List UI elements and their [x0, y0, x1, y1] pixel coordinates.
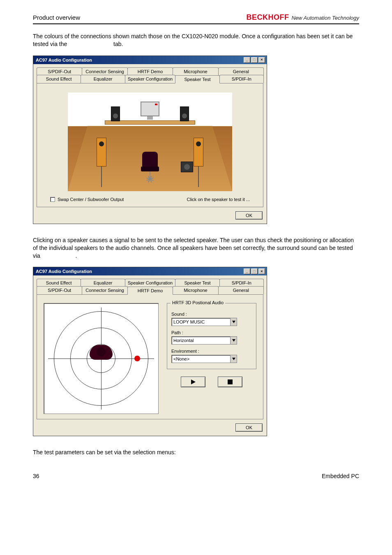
sound-value: LOOPY MUSIC: [173, 319, 205, 324]
close-button[interactable]: ×: [258, 57, 265, 63]
play-icon: [190, 379, 196, 385]
environment-label: Environment :: [171, 349, 252, 354]
brand-logo: BECKHOFF: [246, 13, 289, 22]
svg-marker-0: [232, 321, 235, 323]
maximize-button[interactable]: □: [251, 57, 258, 63]
tab-hrtf-demo[interactable]: HRTF Demo: [127, 67, 173, 75]
environment-value: <None>: [173, 356, 189, 361]
path-value: Horizontal: [173, 338, 194, 343]
svg-rect-4: [228, 379, 233, 384]
monitor-icon: [141, 102, 159, 116]
ok-button[interactable]: OK: [235, 423, 263, 432]
front-left-speaker-icon[interactable]: [111, 106, 120, 121]
rear-right-speaker-icon[interactable]: [194, 138, 203, 166]
audio-config-dialog-hrtf-demo: AC97 Audio Configuration _ □ × Sound Eff…: [33, 267, 267, 436]
sound-source-dot-icon[interactable]: [134, 356, 140, 361]
page-number: 36: [33, 473, 39, 479]
listener-top-icon: [90, 345, 113, 370]
front-right-speaker-icon[interactable]: [180, 106, 189, 121]
brand-tagline: New Automation Technology: [291, 15, 359, 21]
intro-p2-text: Clicking on a speaker causes a signal to…: [33, 237, 354, 259]
svg-marker-2: [232, 358, 235, 360]
ok-button[interactable]: OK: [235, 211, 263, 220]
stop-button[interactable]: [218, 377, 242, 387]
listener-chair-icon: [140, 152, 160, 175]
tab-spdif-in[interactable]: S/PDIF-In: [219, 75, 264, 83]
stop-icon: [228, 379, 233, 384]
chevron-down-icon[interactable]: [230, 318, 237, 326]
titlebar[interactable]: AC97 Audio Configuration _ □ ×: [33, 56, 267, 64]
speaker-test-scene[interactable]: [68, 92, 232, 191]
window-title: AC97 Audio Configuration: [36, 58, 92, 62]
intro-p1-text: The colours of the connections shown mat…: [33, 33, 353, 47]
intro-p2-suffix: .: [75, 252, 77, 259]
tab-general[interactable]: General: [218, 67, 264, 75]
chevron-down-icon[interactable]: [230, 337, 237, 344]
doc-name: Embedded PC: [322, 473, 359, 479]
tab-speaker-test[interactable]: Speaker Test: [175, 279, 219, 287]
tab-speaker-configuration[interactable]: Speaker Configuration: [125, 279, 175, 287]
titlebar[interactable]: AC97 Audio Configuration _ □ ×: [33, 267, 267, 275]
tab-hrtf-demo[interactable]: HRTF Demo: [127, 287, 173, 295]
path-label: Path :: [171, 330, 252, 335]
swap-center-sub-checkbox[interactable]: Swap Center / Subwoofer Output: [50, 197, 124, 202]
tab-microphone[interactable]: Microphone: [173, 67, 218, 75]
tab-connector-sensing[interactable]: Connector Sensing: [82, 286, 127, 294]
audio-config-dialog-speaker-test: AC97 Audio Configuration _ □ × S/PDIF-Ou…: [33, 56, 267, 224]
sound-label: Sound :: [171, 312, 252, 317]
close-button[interactable]: ×: [258, 268, 265, 274]
page-header: Product overview BECKHOFF New Automation…: [33, 13, 359, 24]
intro-paragraph-3: The test parameters can be set via the s…: [33, 449, 359, 456]
chevron-down-icon[interactable]: [230, 355, 237, 363]
svg-marker-1: [232, 339, 235, 342]
tab-connector-sensing[interactable]: Connector Sensing: [82, 67, 127, 75]
tab-spdif-out[interactable]: S/PDIF-Out: [37, 286, 82, 294]
tab-speaker-test[interactable]: Speaker Test: [175, 75, 219, 83]
subwoofer-icon[interactable]: [181, 162, 193, 172]
rear-left-speaker-icon[interactable]: [97, 138, 106, 166]
tab-general[interactable]: General: [218, 286, 264, 294]
checkbox-icon[interactable]: [50, 197, 55, 202]
minimize-button[interactable]: _: [244, 268, 250, 274]
tab-microphone[interactable]: Microphone: [173, 286, 218, 294]
page-footer: 36 Embedded PC: [33, 473, 359, 479]
hrtf-radar[interactable]: [44, 303, 159, 414]
tab-equalizer[interactable]: Equalizer: [81, 75, 125, 83]
intro-paragraph-1: The colours of the connections shown mat…: [33, 32, 359, 48]
tab-spdif-out[interactable]: S/PDIF-Out: [37, 67, 82, 75]
intro-paragraph-2: Clicking on a speaker causes a signal to…: [33, 236, 359, 260]
maximize-button[interactable]: □: [251, 268, 258, 274]
speaker-test-hint: Click on the speaker to test it ...: [187, 197, 250, 202]
hrtf-group-label: HRTF 3D Postional Audio: [171, 300, 225, 305]
minimize-button[interactable]: _: [244, 57, 250, 63]
play-button[interactable]: [181, 377, 205, 387]
svg-marker-3: [191, 379, 196, 384]
tab-sound-effect[interactable]: Sound Effect: [37, 279, 81, 287]
sound-select[interactable]: LOOPY MUSIC: [171, 318, 237, 326]
tab-speaker-configuration[interactable]: Speaker Configuration: [125, 75, 175, 83]
tab-sound-effect[interactable]: Sound Effect: [37, 75, 81, 83]
window-title: AC97 Audio Configuration: [36, 269, 92, 274]
tab-spdif-in[interactable]: S/PDIF-In: [219, 279, 264, 287]
environment-select[interactable]: <None>: [171, 355, 237, 363]
section-title: Product overview: [33, 14, 80, 21]
tab-equalizer[interactable]: Equalizer: [81, 279, 125, 287]
intro-p1-suffix: tab.: [113, 41, 123, 47]
swap-label: Swap Center / Subwoofer Output: [58, 197, 124, 202]
path-select[interactable]: Horizontal: [171, 336, 237, 345]
hrtf-fieldset: HRTF 3D Postional Audio Sound : LOOPY MU…: [167, 303, 256, 369]
